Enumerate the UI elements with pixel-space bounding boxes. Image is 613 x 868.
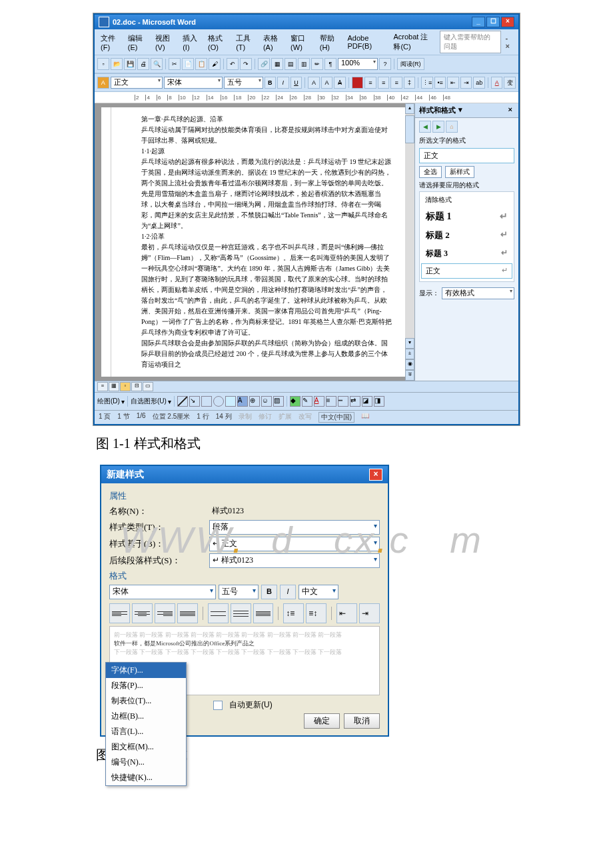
fontcolor-icon[interactable]: A	[491, 77, 503, 89]
charshade-icon[interactable]: A	[321, 77, 333, 89]
picture-icon[interactable]: ▨	[273, 396, 284, 407]
menu-tools[interactable]: 工具(T)	[233, 32, 259, 53]
linespace-15-btn[interactable]	[231, 603, 251, 623]
cut-icon[interactable]: ✂	[169, 58, 181, 70]
fmtpaint-icon[interactable]: 🖌	[209, 58, 221, 70]
print-view-icon[interactable]: ▫	[120, 382, 131, 391]
linespace-icon[interactable]: ‡	[404, 77, 416, 89]
charborder-icon[interactable]: A	[308, 77, 320, 89]
highlight-red-icon[interactable]	[352, 77, 364, 89]
autoshapes-menu[interactable]: 自选图形(U)	[131, 397, 167, 406]
menu-adobe[interactable]: Adobe PDF(B)	[344, 33, 388, 51]
dlg-italic-icon[interactable]: I	[280, 585, 296, 599]
space-before-btn[interactable]: ↕≡	[283, 603, 304, 623]
draw-menu[interactable]: 绘图(D)	[97, 397, 120, 406]
vertical-ruler[interactable]	[101, 107, 111, 377]
menu-shortcut[interactable]: 快捷键(K)...	[106, 770, 186, 785]
auto-update-check[interactable]	[213, 701, 223, 710]
menu-numbering[interactable]: 编号(N)...	[106, 755, 186, 770]
columns-icon[interactable]: ▥	[298, 58, 310, 70]
max-button[interactable]: ☐	[486, 17, 500, 27]
menu-help[interactable]: 帮助(H)	[316, 32, 343, 53]
align-right-icon[interactable]: ≡	[390, 77, 402, 89]
print-icon[interactable]: 🖨	[137, 58, 149, 70]
table-icon[interactable]: ▦	[271, 58, 283, 70]
drawing-icon[interactable]: ✏	[311, 58, 323, 70]
underline-icon[interactable]: U	[291, 77, 303, 89]
asian-icon[interactable]: 变	[504, 77, 516, 89]
align-left-icon[interactable]: ≡	[364, 77, 376, 89]
arrowstyle-icon[interactable]: ⇄	[350, 396, 360, 407]
font-combo[interactable]: 宋体	[164, 77, 223, 89]
indent-inc-btn[interactable]: ⇥	[359, 603, 380, 623]
linespace-1-btn[interactable]	[208, 603, 229, 623]
link-icon[interactable]: 🔗	[258, 58, 270, 70]
dialog-close-icon[interactable]: ×	[369, 469, 382, 481]
indent-dec-btn[interactable]: ⇤	[336, 603, 357, 623]
styles-icon[interactable]: A	[97, 77, 109, 89]
cancel-button[interactable]: 取消	[344, 713, 380, 729]
align-right-btn[interactable]	[155, 603, 175, 623]
save-icon[interactable]: 💾	[124, 58, 136, 70]
read-button[interactable]: 阅读(R)	[397, 58, 424, 70]
show-combo[interactable]: 有效格式	[442, 287, 514, 299]
wordart-icon[interactable]: A	[237, 396, 248, 407]
outdent-icon[interactable]: ⇤	[447, 77, 459, 89]
menu-frame[interactable]: 图文框(M)...	[106, 739, 186, 755]
open-icon[interactable]: 📂	[111, 58, 123, 70]
menu-language[interactable]: 语言(L)...	[106, 724, 186, 739]
next-combo[interactable]: ↵ 样式0123	[209, 553, 380, 568]
dlg-lang-combo[interactable]: 中文	[299, 585, 338, 599]
highlight-icon[interactable]: ab	[473, 77, 485, 89]
min-button[interactable]: _	[472, 17, 485, 27]
menu-window[interactable]: 窗口(W)	[287, 32, 315, 53]
docmap-icon[interactable]: ¶	[324, 58, 336, 70]
type-combo[interactable]: 段落	[209, 520, 380, 535]
pane-home-icon[interactable]: ⌂	[446, 121, 458, 133]
menu-border[interactable]: 边框(B)...	[106, 709, 186, 724]
new-icon[interactable]: ▫	[97, 58, 109, 70]
linewidth-icon[interactable]: ≡	[326, 396, 336, 407]
undo-icon[interactable]: ↶	[227, 58, 239, 70]
textbox-icon[interactable]	[225, 396, 236, 407]
pane-fwd-icon[interactable]: ▶	[432, 121, 444, 133]
select-all-button[interactable]: 全选	[419, 166, 442, 178]
fontcolor2-icon[interactable]: A	[314, 396, 324, 407]
align-center-btn[interactable]	[132, 603, 153, 623]
scroll-up-icon[interactable]: ▴	[405, 103, 414, 114]
dashstyle-icon[interactable]: ┅	[338, 396, 348, 407]
titlebar[interactable]: 02.doc - Microsoft Word _ ☐ ×	[95, 15, 518, 29]
space-after-btn[interactable]: ≡↕	[306, 603, 326, 623]
ok-button[interactable]: 确定	[304, 713, 340, 729]
dlg-bold-icon[interactable]: B	[261, 585, 277, 599]
oval-icon[interactable]	[213, 396, 224, 407]
outline-view-icon[interactable]: ⊟	[131, 382, 142, 391]
shadow-icon[interactable]: ◪	[362, 396, 372, 407]
linespace-2-btn[interactable]	[253, 603, 274, 623]
line-icon[interactable]	[177, 396, 188, 407]
align-left-btn[interactable]	[109, 603, 130, 623]
linecolor-icon[interactable]: ✎	[302, 396, 312, 407]
diagram-icon[interactable]: ⊕	[249, 396, 260, 407]
preview-icon[interactable]: 🔍	[151, 58, 163, 70]
name-input[interactable]: 样式0123	[209, 505, 380, 518]
new-style-button[interactable]: 新样式	[445, 166, 474, 178]
close-button[interactable]: ×	[501, 17, 514, 27]
prev-page-icon[interactable]: ±	[405, 349, 414, 359]
current-style[interactable]: 正文	[419, 148, 514, 163]
menu-file[interactable]: 文件(F)	[97, 32, 123, 53]
status-spell-icon[interactable]: 📖	[361, 412, 369, 423]
style-normal[interactable]: 正文↵	[421, 263, 512, 279]
base-combo[interactable]: ↵ 正文	[209, 537, 380, 551]
copy-icon[interactable]: 📄	[182, 58, 194, 70]
web-view-icon[interactable]: ▦	[109, 382, 119, 391]
horizontal-ruler[interactable]: 2468101214161820222426283032343638404244…	[95, 92, 518, 103]
pane-dropdown-icon[interactable]: ▾	[458, 105, 462, 115]
doc-close[interactable]: - ×	[502, 33, 516, 51]
scroll-thumb[interactable]	[405, 115, 414, 143]
menu-font[interactable]: 字体(F)...	[106, 663, 186, 678]
bold-icon[interactable]: B	[265, 77, 277, 89]
dlg-size-combo[interactable]: 五号	[219, 585, 259, 599]
excel-icon[interactable]: ▤	[285, 58, 297, 70]
bullets-icon[interactable]: •≡	[434, 77, 446, 89]
